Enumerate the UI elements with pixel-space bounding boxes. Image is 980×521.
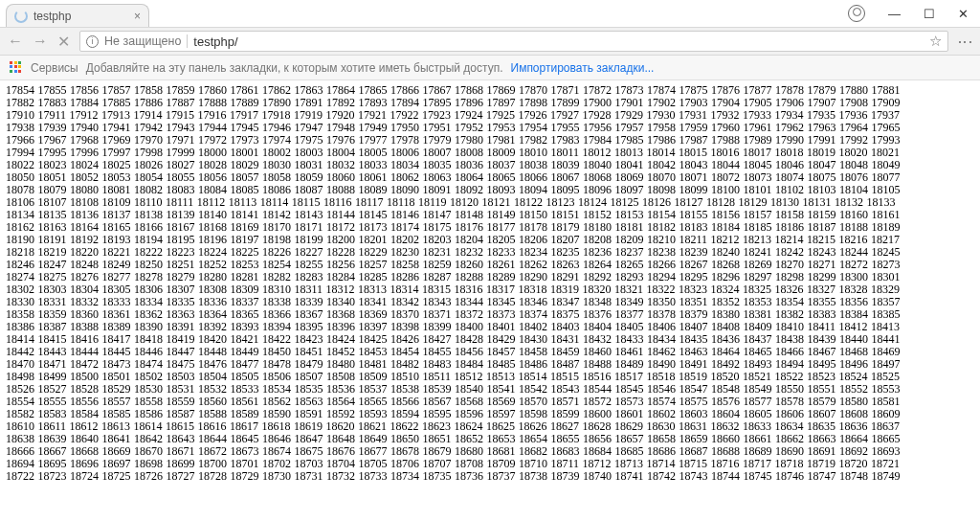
page-content: 17854 17855 17856 17857 17858 17859 1786… <box>0 80 980 487</box>
browser-tab[interactable]: testphp × <box>6 4 149 27</box>
bookmarks-bar: Сервисы Добавляйте на эту панель закладк… <box>0 56 980 80</box>
tab-spinner-icon <box>14 10 28 23</box>
bookmark-star-icon[interactable]: ☆ <box>929 33 942 50</box>
browser-menu-button[interactable]: ⋮ <box>956 34 974 49</box>
apps-grid-icon[interactable] <box>10 61 23 75</box>
tab-title: testphp <box>33 10 71 23</box>
window-maximize-button[interactable]: ☐ <box>924 7 935 21</box>
omnibox[interactable]: i Не защищено testphp/ ☆ <box>79 31 948 52</box>
nav-forward-button[interactable]: → <box>33 33 48 50</box>
omnibox-separator <box>187 34 188 48</box>
url-text: testphp/ <box>193 34 237 49</box>
site-info-icon[interactable]: i <box>86 35 99 48</box>
security-label: Не защищено <box>104 34 181 48</box>
tab-strip: testphp × <box>0 0 149 27</box>
window-titlebar: testphp × — ☐ ✕ <box>0 0 980 27</box>
nav-reload-button[interactable]: ✕ <box>57 33 70 51</box>
window-minimize-button[interactable]: — <box>888 7 901 21</box>
profile-icon[interactable] <box>848 5 865 22</box>
import-bookmarks-link[interactable]: Импортировать закладки... <box>511 61 655 75</box>
tab-close-icon[interactable]: × <box>134 10 141 23</box>
address-bar: ← → ✕ i Не защищено testphp/ ☆ ⋮ <box>0 27 980 56</box>
nav-back-button[interactable]: ← <box>8 33 23 50</box>
window-close-button[interactable]: ✕ <box>958 7 969 21</box>
apps-label[interactable]: Сервисы <box>31 61 78 75</box>
window-controls: — ☐ ✕ <box>848 0 980 27</box>
bookmarks-hint: Добавляйте на эту панель закладки, к кот… <box>86 61 503 75</box>
